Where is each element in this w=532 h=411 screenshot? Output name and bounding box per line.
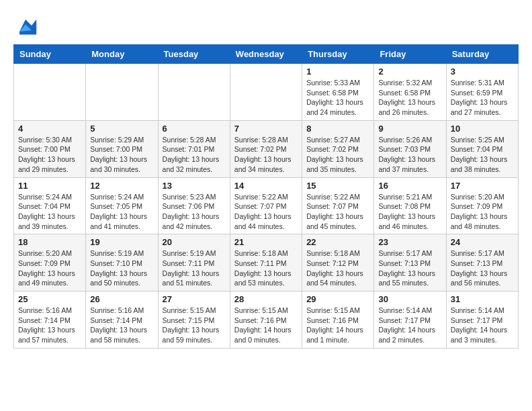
calendar-table: SundayMondayTuesdayWednesdayThursdayFrid… [13, 44, 519, 349]
page-header [13, 13, 519, 38]
day-number: 6 [163, 124, 226, 134]
day-number: 9 [378, 124, 441, 134]
calendar-cell: 1Sunrise: 5:33 AM Sunset: 6:58 PM Daylig… [302, 64, 374, 121]
day-number: 22 [306, 237, 369, 247]
calendar-cell: 14Sunrise: 5:22 AM Sunset: 7:07 PM Dayli… [230, 177, 302, 234]
weekday-header-friday: Friday [374, 45, 446, 64]
calendar-cell: 10Sunrise: 5:25 AM Sunset: 7:04 PM Dayli… [446, 120, 518, 177]
calendar-cell: 31Sunrise: 5:14 AM Sunset: 7:17 PM Dayli… [446, 291, 518, 349]
calendar-cell: 2Sunrise: 5:32 AM Sunset: 6:58 PM Daylig… [374, 64, 446, 121]
day-info: Sunrise: 5:15 AM Sunset: 7:16 PM Dayligh… [234, 306, 298, 345]
calendar-cell: 5Sunrise: 5:29 AM Sunset: 7:00 PM Daylig… [86, 120, 158, 177]
calendar-cell: 9Sunrise: 5:26 AM Sunset: 7:03 PM Daylig… [374, 120, 446, 177]
day-number: 7 [234, 124, 298, 134]
day-number: 10 [451, 124, 514, 134]
day-info: Sunrise: 5:27 AM Sunset: 7:02 PM Dayligh… [306, 135, 369, 175]
day-number: 31 [451, 294, 514, 304]
calendar-cell: 11Sunrise: 5:24 AM Sunset: 7:04 PM Dayli… [14, 177, 86, 234]
day-info: Sunrise: 5:20 AM Sunset: 7:09 PM Dayligh… [451, 192, 514, 232]
calendar-cell: 27Sunrise: 5:15 AM Sunset: 7:15 PM Dayli… [158, 291, 230, 349]
calendar-cell: 12Sunrise: 5:24 AM Sunset: 7:05 PM Dayli… [86, 177, 158, 234]
day-info: Sunrise: 5:19 AM Sunset: 7:10 PM Dayligh… [90, 248, 153, 288]
weekday-header-wednesday: Wednesday [230, 45, 302, 64]
day-info: Sunrise: 5:32 AM Sunset: 6:58 PM Dayligh… [378, 78, 441, 118]
day-info: Sunrise: 5:18 AM Sunset: 7:12 PM Dayligh… [306, 248, 369, 288]
logo [13, 13, 42, 38]
day-info: Sunrise: 5:24 AM Sunset: 7:04 PM Dayligh… [18, 192, 81, 232]
calendar-cell: 17Sunrise: 5:20 AM Sunset: 7:09 PM Dayli… [446, 177, 518, 234]
weekday-header-monday: Monday [86, 45, 158, 64]
day-info: Sunrise: 5:16 AM Sunset: 7:14 PM Dayligh… [90, 306, 153, 345]
day-number: 25 [18, 294, 81, 304]
calendar-cell: 15Sunrise: 5:22 AM Sunset: 7:07 PM Dayli… [302, 177, 374, 234]
day-number: 16 [378, 181, 441, 191]
day-info: Sunrise: 5:18 AM Sunset: 7:11 PM Dayligh… [234, 248, 298, 288]
weekday-header-tuesday: Tuesday [158, 45, 230, 64]
day-number: 13 [163, 181, 226, 191]
calendar-cell: 20Sunrise: 5:19 AM Sunset: 7:11 PM Dayli… [158, 234, 230, 291]
day-info: Sunrise: 5:25 AM Sunset: 7:04 PM Dayligh… [451, 135, 514, 175]
calendar-cell: 13Sunrise: 5:23 AM Sunset: 7:06 PM Dayli… [158, 177, 230, 234]
calendar-cell [230, 64, 302, 121]
day-number: 4 [18, 124, 81, 134]
calendar-week-row: 25Sunrise: 5:16 AM Sunset: 7:14 PM Dayli… [14, 291, 519, 349]
calendar-cell: 18Sunrise: 5:20 AM Sunset: 7:09 PM Dayli… [14, 234, 86, 291]
calendar-cell: 6Sunrise: 5:28 AM Sunset: 7:01 PM Daylig… [158, 120, 230, 177]
calendar-cell: 30Sunrise: 5:14 AM Sunset: 7:17 PM Dayli… [374, 291, 446, 349]
day-info: Sunrise: 5:22 AM Sunset: 7:07 PM Dayligh… [306, 192, 369, 232]
day-info: Sunrise: 5:19 AM Sunset: 7:11 PM Dayligh… [163, 248, 226, 288]
weekday-header-sunday: Sunday [14, 45, 86, 64]
day-info: Sunrise: 5:23 AM Sunset: 7:06 PM Dayligh… [163, 192, 226, 232]
calendar-cell [86, 64, 158, 121]
day-info: Sunrise: 5:28 AM Sunset: 7:01 PM Dayligh… [163, 135, 226, 175]
calendar-cell: 25Sunrise: 5:16 AM Sunset: 7:14 PM Dayli… [14, 291, 86, 349]
calendar-cell: 7Sunrise: 5:28 AM Sunset: 7:02 PM Daylig… [230, 120, 302, 177]
day-number: 1 [306, 66, 369, 77]
day-info: Sunrise: 5:20 AM Sunset: 7:09 PM Dayligh… [18, 248, 81, 288]
weekday-header-row: SundayMondayTuesdayWednesdayThursdayFrid… [14, 45, 519, 64]
day-number: 15 [306, 181, 369, 191]
day-number: 26 [90, 294, 153, 304]
logo-icon [13, 13, 38, 38]
day-number: 28 [234, 294, 298, 304]
day-number: 18 [18, 237, 81, 247]
day-number: 30 [378, 294, 441, 304]
day-info: Sunrise: 5:31 AM Sunset: 6:59 PM Dayligh… [451, 78, 514, 118]
calendar-cell: 16Sunrise: 5:21 AM Sunset: 7:08 PM Dayli… [374, 177, 446, 234]
day-info: Sunrise: 5:15 AM Sunset: 7:15 PM Dayligh… [163, 306, 226, 345]
day-info: Sunrise: 5:26 AM Sunset: 7:03 PM Dayligh… [378, 135, 441, 175]
calendar-cell: 19Sunrise: 5:19 AM Sunset: 7:10 PM Dayli… [86, 234, 158, 291]
day-number: 27 [163, 294, 226, 304]
weekday-header-saturday: Saturday [446, 45, 518, 64]
day-info: Sunrise: 5:14 AM Sunset: 7:17 PM Dayligh… [378, 306, 441, 345]
day-number: 5 [90, 124, 153, 134]
calendar-cell [158, 64, 230, 121]
calendar-cell: 8Sunrise: 5:27 AM Sunset: 7:02 PM Daylig… [302, 120, 374, 177]
calendar-week-row: 11Sunrise: 5:24 AM Sunset: 7:04 PM Dayli… [14, 177, 519, 234]
day-number: 11 [18, 181, 81, 191]
day-number: 20 [163, 237, 226, 247]
day-number: 21 [234, 237, 298, 247]
day-number: 12 [90, 181, 153, 191]
calendar-cell: 4Sunrise: 5:30 AM Sunset: 7:00 PM Daylig… [14, 120, 86, 177]
day-number: 2 [378, 66, 441, 77]
day-number: 14 [234, 181, 298, 191]
day-number: 19 [90, 237, 153, 247]
day-info: Sunrise: 5:29 AM Sunset: 7:00 PM Dayligh… [90, 135, 153, 175]
day-info: Sunrise: 5:24 AM Sunset: 7:05 PM Dayligh… [90, 192, 153, 232]
day-info: Sunrise: 5:17 AM Sunset: 7:13 PM Dayligh… [451, 248, 514, 288]
calendar-cell [14, 64, 86, 121]
day-info: Sunrise: 5:28 AM Sunset: 7:02 PM Dayligh… [234, 135, 298, 175]
calendar-cell: 22Sunrise: 5:18 AM Sunset: 7:12 PM Dayli… [302, 234, 374, 291]
weekday-header-thursday: Thursday [302, 45, 374, 64]
calendar-week-row: 18Sunrise: 5:20 AM Sunset: 7:09 PM Dayli… [14, 234, 519, 291]
day-number: 24 [451, 237, 514, 247]
calendar-cell: 21Sunrise: 5:18 AM Sunset: 7:11 PM Dayli… [230, 234, 302, 291]
day-number: 29 [306, 294, 369, 304]
day-number: 3 [451, 66, 514, 77]
day-number: 8 [306, 124, 369, 134]
calendar-cell: 29Sunrise: 5:15 AM Sunset: 7:16 PM Dayli… [302, 291, 374, 349]
day-info: Sunrise: 5:17 AM Sunset: 7:13 PM Dayligh… [378, 248, 441, 288]
calendar-cell: 3Sunrise: 5:31 AM Sunset: 6:59 PM Daylig… [446, 64, 518, 121]
calendar-week-row: 1Sunrise: 5:33 AM Sunset: 6:58 PM Daylig… [14, 64, 519, 121]
